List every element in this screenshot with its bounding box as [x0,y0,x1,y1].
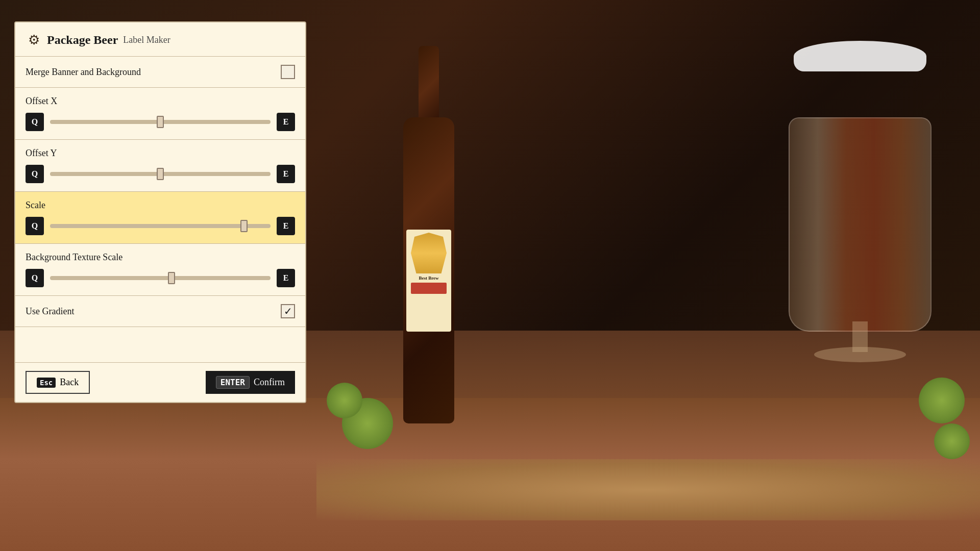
scale-label: Scale [26,200,295,211]
offset-y-label: Offset Y [26,148,295,159]
use-gradient-checkbox[interactable]: ✓ [281,304,295,318]
scale-slider-track[interactable] [50,224,271,228]
back-button[interactable]: Esc Back [26,371,90,394]
panel-content[interactable]: Merge Banner and Background Offset X Q E… [15,57,305,362]
label-red-bar [411,283,447,294]
panel-footer: Esc Back ENTER Confirm [15,362,305,402]
beer-bottle: Best Brew [378,15,480,423]
scale-e-button[interactable]: E [277,217,295,235]
scene: Best Brew [316,0,980,551]
panel-header: ⚙ Package Beer Label Maker [15,22,305,57]
bg-texture-scale-q-button[interactable]: Q [26,269,44,287]
merge-banner-checkbox[interactable] [281,65,295,79]
scale-q-button[interactable]: Q [26,217,44,235]
offset-x-q-button[interactable]: Q [26,113,44,131]
confirm-label: Confirm [254,377,285,388]
offset-y-slider-thumb[interactable] [157,168,164,180]
enter-badge: ENTER [216,376,250,389]
offset-x-section: Offset X Q E [15,88,305,140]
bg-texture-scale-slider-track[interactable] [50,276,271,280]
bg-texture-scale-e-button[interactable]: E [277,269,295,287]
offset-y-section: Offset Y Q E [15,140,305,192]
bg-texture-scale-slider-thumb[interactable] [168,272,175,284]
bg-texture-scale-label: Background Texture Scale [26,252,295,263]
glass-body [789,117,932,332]
use-gradient-row: Use Gradient ✓ [15,296,305,327]
scale-slider-thumb[interactable] [240,220,248,232]
bottle-body: Best Brew [403,117,454,423]
bottle-label: Best Brew [406,230,451,332]
hop-right [919,378,965,423]
offset-x-slider-thumb[interactable] [157,116,164,128]
esc-badge: Esc [37,378,56,388]
offset-x-e-button[interactable]: E [277,113,295,131]
scale-section: Scale Q E [15,192,305,244]
bottle-neck [419,46,439,128]
merge-banner-label: Merge Banner and Background [26,67,141,78]
use-gradient-label: Use Gradient [26,306,74,317]
panel-subtitle: Label Maker [123,35,170,45]
beer-glass [771,41,949,372]
offset-y-e-button[interactable]: E [277,165,295,183]
gear-icon: ⚙ [26,32,42,48]
offset-y-slider-track[interactable] [50,172,271,176]
label-name: Best Brew [419,276,438,281]
hop-right2 [934,423,970,459]
glass-foam [794,41,926,71]
offset-x-slider-track[interactable] [50,120,271,124]
panel-title: Package Beer [47,33,118,47]
panel: ⚙ Package Beer Label Maker Merge Banner … [14,21,306,403]
offset-x-slider-row: Q E [26,113,295,131]
back-label: Back [60,377,79,388]
label-arch [411,233,447,273]
glass-base [814,347,906,362]
grain-scatter [316,459,980,520]
hop-left2 [327,383,362,418]
bg-texture-scale-section: Background Texture Scale Q E [15,244,305,296]
offset-x-label: Offset X [26,96,295,107]
offset-y-q-button[interactable]: Q [26,165,44,183]
offset-y-slider-row: Q E [26,165,295,183]
scale-slider-row: Q E [26,217,295,235]
merge-banner-row: Merge Banner and Background [15,57,305,88]
confirm-button[interactable]: ENTER Confirm [206,371,295,394]
bg-texture-scale-slider-row: Q E [26,269,295,287]
